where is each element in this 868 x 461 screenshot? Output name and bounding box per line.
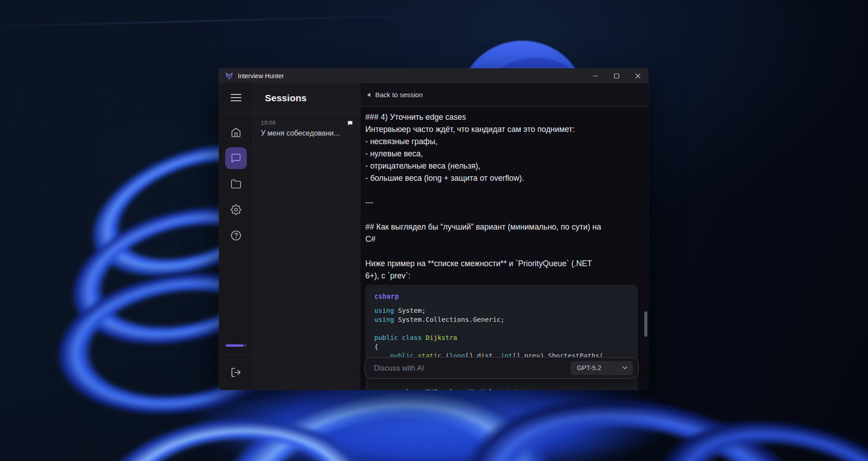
message-paragraph: ## Как выглядел бы “лучший” вариант (мин… bbox=[365, 221, 638, 245]
model-selector-value: GPT-5.2 bbox=[577, 364, 601, 372]
folder-icon bbox=[231, 179, 241, 189]
desktop: Interview Hunter bbox=[0, 0, 868, 461]
window-title: Interview Hunter bbox=[238, 72, 284, 80]
maximize-button[interactable] bbox=[606, 68, 627, 83]
close-icon bbox=[635, 73, 641, 79]
logout-icon bbox=[231, 367, 241, 378]
back-arrow-icon bbox=[367, 93, 371, 97]
assistant-message: ### 4) Уточнить edge casesИнтервьюер час… bbox=[365, 111, 638, 282]
back-to-session-label: Back to session bbox=[375, 91, 423, 99]
minimize-icon bbox=[593, 73, 598, 79]
chat-icon bbox=[231, 153, 241, 164]
session-time: 19:08 bbox=[261, 119, 353, 126]
main-panel: Back to session ### 4) Уточнить edge cas… bbox=[360, 83, 648, 390]
sessions-title: Sessions bbox=[254, 83, 360, 113]
message-paragraph: Ниже пример на **списке смежности** и `P… bbox=[365, 258, 638, 282]
home-icon bbox=[231, 127, 241, 138]
sessions-panel: Sessions 19:08 У меня собеседовани... bbox=[254, 83, 360, 390]
app-window: Interview Hunter bbox=[219, 68, 648, 390]
sidebar bbox=[219, 83, 254, 390]
help-icon bbox=[231, 230, 241, 241]
model-selector-dropdown[interactable]: GPT-5.2 bbox=[571, 361, 633, 375]
sidebar-item-settings[interactable] bbox=[225, 199, 247, 221]
maximize-icon bbox=[614, 73, 619, 79]
minimize-button[interactable] bbox=[585, 68, 606, 83]
sidebar-item-files[interactable] bbox=[225, 173, 247, 195]
session-list-item[interactable]: 19:08 У меня собеседовани... bbox=[254, 113, 360, 145]
chat-bubble-icon bbox=[347, 120, 353, 126]
usage-progress-bar bbox=[226, 344, 246, 347]
message-paragraph: ### 4) Уточнить edge casesИнтервьюер час… bbox=[365, 111, 638, 184]
back-to-session-button[interactable]: Back to session bbox=[360, 83, 648, 107]
close-button[interactable] bbox=[627, 68, 648, 83]
sidebar-item-home[interactable] bbox=[225, 122, 247, 143]
sidebar-item-help[interactable] bbox=[225, 225, 247, 246]
gear-icon bbox=[231, 204, 241, 215]
scrollbar-thumb[interactable] bbox=[644, 311, 647, 337]
sidebar-bottom bbox=[219, 344, 253, 390]
code-language-label: csharp bbox=[374, 292, 629, 301]
session-preview: У меня собеседовани... bbox=[261, 129, 353, 137]
wolf-logo-icon bbox=[225, 71, 234, 80]
title-bar[interactable]: Interview Hunter bbox=[219, 68, 648, 83]
message-paragraph: --- bbox=[365, 197, 638, 209]
sidebar-item-sessions[interactable] bbox=[225, 147, 247, 169]
discuss-input[interactable]: Discuss with AI bbox=[374, 364, 571, 372]
hamburger-menu-button[interactable] bbox=[219, 83, 253, 113]
chat-message-area[interactable]: ### 4) Уточнить edge casesИнтервьюер час… bbox=[360, 107, 648, 390]
logout-button[interactable] bbox=[219, 355, 253, 390]
window-controls bbox=[585, 68, 648, 83]
sidebar-nav bbox=[225, 122, 247, 246]
composer-bar[interactable]: Discuss with AI GPT-5.2 bbox=[364, 357, 639, 379]
hamburger-menu-icon bbox=[230, 93, 242, 102]
chevron-down-icon bbox=[622, 366, 627, 370]
